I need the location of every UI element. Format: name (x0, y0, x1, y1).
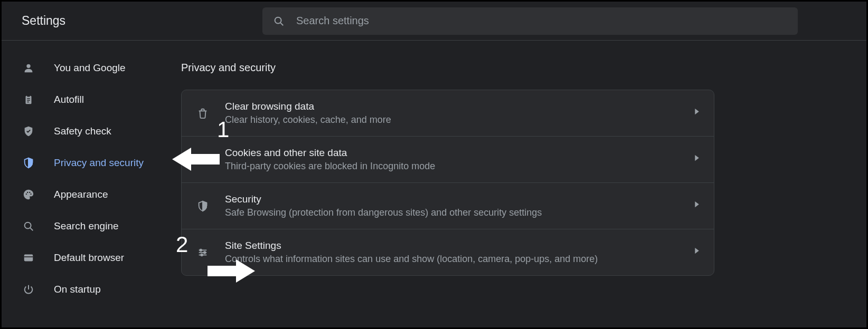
sidebar-item-label: Privacy and security (54, 157, 144, 169)
sidebar-item-you-and-google[interactable]: You and Google (2, 52, 181, 84)
row-sub: Clear history, cookies, cache, and more (225, 114, 695, 125)
svg-point-9 (27, 192, 28, 193)
svg-point-25 (200, 249, 202, 251)
row-cookies[interactable]: Cookies and other site data Third-party … (182, 137, 714, 183)
sidebar-item-privacy-security[interactable]: Privacy and security (2, 147, 181, 179)
sidebar-item-appearance[interactable]: Appearance (2, 179, 181, 210)
svg-point-2 (26, 64, 30, 68)
trash-icon (195, 108, 210, 119)
sidebar-item-default-browser[interactable]: Default browser (2, 242, 181, 274)
chevron-right-icon (695, 109, 700, 118)
shield-outline-icon (195, 200, 210, 212)
header: Settings (2, 2, 866, 41)
sidebar: You and Google Autofill Safety check Pri… (2, 41, 181, 327)
sidebar-item-label: Appearance (54, 189, 108, 200)
row-security[interactable]: Security Safe Browsing (protection from … (182, 183, 714, 229)
main-content: Privacy and security Clear browsing data… (181, 41, 866, 327)
clipboard-icon (22, 93, 35, 106)
sidebar-item-safety-check[interactable]: Safety check (2, 115, 181, 147)
chevron-right-icon (695, 201, 700, 211)
sidebar-item-label: On startup (54, 284, 101, 295)
section-title: Privacy and security (181, 62, 866, 74)
svg-line-13 (30, 228, 33, 230)
sidebar-item-label: Default browser (54, 252, 124, 264)
search-box[interactable] (262, 7, 798, 35)
chevron-right-icon (695, 155, 700, 164)
svg-point-0 (275, 17, 281, 23)
row-clear-browsing-data[interactable]: Clear browsing data Clear history, cooki… (182, 90, 714, 137)
svg-rect-7 (27, 102, 29, 102)
shield-check-icon (22, 125, 35, 138)
svg-rect-5 (27, 98, 30, 99)
chevron-right-icon (695, 248, 700, 257)
svg-point-27 (201, 254, 203, 256)
sidebar-item-label: Search engine (54, 220, 119, 232)
settings-card: Clear browsing data Clear history, cooki… (181, 90, 714, 276)
svg-point-18 (201, 158, 202, 159)
row-title: Security (225, 193, 695, 205)
power-icon (22, 283, 35, 296)
tune-icon (195, 247, 210, 258)
sidebar-item-on-startup[interactable]: On startup (2, 274, 181, 305)
svg-point-11 (30, 193, 31, 195)
svg-rect-6 (27, 100, 30, 100)
person-icon (22, 62, 35, 74)
search-icon (22, 220, 35, 233)
svg-point-8 (26, 193, 27, 195)
cookie-icon (195, 154, 210, 166)
row-title: Cookies and other site data (225, 147, 695, 159)
page-title: Settings (2, 14, 262, 28)
svg-line-1 (280, 23, 283, 25)
svg-point-20 (201, 160, 202, 161)
row-title: Clear browsing data (225, 101, 695, 112)
sidebar-item-search-engine[interactable]: Search engine (2, 210, 181, 242)
row-sub: Third-party cookies are blocked in Incog… (225, 161, 695, 172)
sidebar-item-label: Safety check (54, 125, 111, 137)
svg-point-17 (199, 155, 207, 164)
row-sub: Safe Browsing (protection from dangerous… (225, 207, 695, 218)
svg-point-19 (203, 158, 204, 159)
search-icon (273, 15, 285, 27)
svg-point-12 (25, 222, 31, 229)
svg-point-10 (29, 192, 30, 193)
sidebar-item-label: You and Google (54, 62, 126, 74)
search-input[interactable] (285, 15, 798, 27)
sidebar-item-autofill[interactable]: Autofill (2, 84, 181, 115)
row-sub: Controls what information sites can use … (225, 254, 695, 265)
svg-rect-4 (27, 95, 30, 97)
browser-icon (22, 251, 35, 264)
svg-point-26 (204, 251, 206, 254)
palette-icon (22, 188, 35, 201)
sidebar-item-label: Autofill (54, 94, 84, 105)
row-title: Site Settings (225, 240, 695, 251)
row-site-settings[interactable]: Site Settings Controls what information … (182, 229, 714, 275)
shield-icon (22, 157, 35, 169)
svg-point-21 (204, 160, 205, 161)
